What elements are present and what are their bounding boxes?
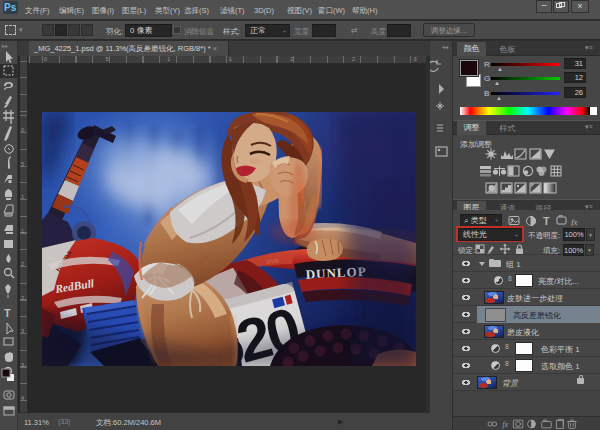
svg-text:T: T bbox=[4, 307, 11, 319]
svg-text:fx: fx bbox=[571, 217, 578, 227]
svg-text:fx: fx bbox=[502, 420, 508, 429]
